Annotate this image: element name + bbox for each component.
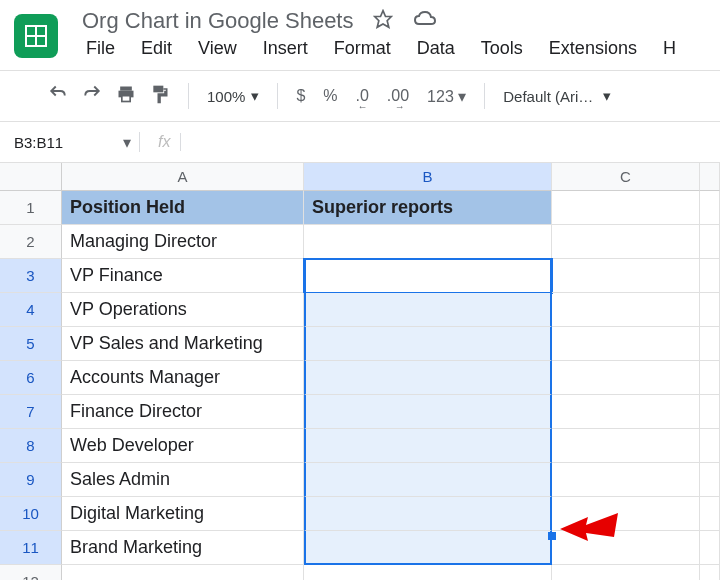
cloud-icon[interactable] — [413, 9, 437, 33]
cell[interactable] — [304, 463, 552, 497]
cell[interactable] — [700, 429, 720, 463]
cell[interactable] — [700, 293, 720, 327]
sheets-logo[interactable] — [8, 8, 64, 64]
undo-button[interactable] — [48, 85, 68, 107]
cell[interactable] — [304, 531, 552, 565]
col-header-c[interactable]: C — [552, 163, 700, 191]
chevron-down-icon: ▾ — [603, 87, 611, 105]
font-selector[interactable]: Default (Ari… ▾ — [503, 87, 611, 105]
cell[interactable] — [304, 327, 552, 361]
percent-button[interactable]: % — [323, 87, 337, 105]
row-header[interactable]: 9 — [0, 463, 62, 497]
name-box[interactable]: B3:B11 — [10, 134, 115, 151]
menu-help[interactable]: H — [663, 38, 676, 59]
cell[interactable] — [552, 259, 700, 293]
cell[interactable] — [304, 395, 552, 429]
menu-extensions[interactable]: Extensions — [549, 38, 637, 59]
cell[interactable] — [700, 259, 720, 293]
menu-file[interactable]: File — [86, 38, 115, 59]
zoom-value: 100% — [207, 88, 245, 105]
font-name: Default (Ari… — [503, 88, 593, 105]
active-cell[interactable] — [304, 259, 552, 293]
row-header[interactable]: 1 — [0, 191, 62, 225]
cell[interactable]: Web Developer — [62, 429, 304, 463]
cell[interactable]: VP Finance — [62, 259, 304, 293]
cell[interactable]: Position Held — [62, 191, 304, 225]
cell[interactable]: VP Sales and Marketing — [62, 327, 304, 361]
cell[interactable]: Managing Director — [62, 225, 304, 259]
cell[interactable]: Digital Marketing — [62, 497, 304, 531]
spreadsheet-grid[interactable]: A B C 1 Position Held Superior reports 2… — [0, 163, 720, 580]
cell[interactable]: Brand Marketing — [62, 531, 304, 565]
cell[interactable]: VP Operations — [62, 293, 304, 327]
cell[interactable] — [700, 497, 720, 531]
menu-edit[interactable]: Edit — [141, 38, 172, 59]
row-header[interactable]: 7 — [0, 395, 62, 429]
row-header[interactable]: 11 — [0, 531, 62, 565]
currency-button[interactable]: $ — [296, 87, 305, 105]
col-header-d[interactable] — [700, 163, 720, 191]
col-header-b[interactable]: B — [304, 163, 552, 191]
cell[interactable] — [304, 497, 552, 531]
row-header[interactable]: 6 — [0, 361, 62, 395]
cell[interactable] — [552, 531, 700, 565]
increase-decimal-button[interactable]: .00 → — [387, 87, 409, 105]
chevron-down-icon[interactable]: ▾ — [123, 133, 131, 152]
cell[interactable] — [304, 361, 552, 395]
fx-icon: fx — [158, 133, 181, 151]
menu-view[interactable]: View — [198, 38, 237, 59]
row-header[interactable]: 2 — [0, 225, 62, 259]
cell[interactable] — [552, 225, 700, 259]
cell[interactable] — [304, 429, 552, 463]
cell[interactable] — [700, 191, 720, 225]
number-format-button[interactable]: 123 ▾ — [427, 87, 466, 106]
cell[interactable] — [304, 565, 552, 580]
cell[interactable] — [700, 531, 720, 565]
cell[interactable] — [304, 225, 552, 259]
cell[interactable] — [62, 565, 304, 580]
cell[interactable] — [700, 361, 720, 395]
cell[interactable] — [700, 565, 720, 580]
cell[interactable] — [552, 429, 700, 463]
cell[interactable] — [700, 225, 720, 259]
arrow-right-icon: → — [395, 101, 405, 112]
decrease-decimal-button[interactable]: .0 ← — [356, 87, 369, 105]
cell[interactable]: Finance Director — [62, 395, 304, 429]
zoom-selector[interactable]: 100% ▾ — [207, 87, 259, 105]
cell[interactable] — [552, 293, 700, 327]
cell[interactable] — [552, 327, 700, 361]
menu-tools[interactable]: Tools — [481, 38, 523, 59]
cell[interactable] — [552, 497, 700, 531]
cell[interactable]: Sales Admin — [62, 463, 304, 497]
cell[interactable] — [304, 293, 552, 327]
row-header[interactable]: 4 — [0, 293, 62, 327]
cell[interactable] — [552, 361, 700, 395]
menu-data[interactable]: Data — [417, 38, 455, 59]
row-header[interactable]: 12 — [0, 565, 62, 580]
cell[interactable] — [552, 395, 700, 429]
row-header[interactable]: 3 — [0, 259, 62, 293]
formula-bar[interactable] — [189, 130, 710, 154]
col-header-a[interactable]: A — [62, 163, 304, 191]
cell[interactable] — [552, 191, 700, 225]
cell[interactable] — [700, 327, 720, 361]
redo-button[interactable] — [82, 85, 102, 107]
print-button[interactable] — [116, 84, 136, 108]
row-header[interactable]: 10 — [0, 497, 62, 531]
fill-handle[interactable] — [548, 532, 556, 540]
cell[interactable] — [700, 395, 720, 429]
cell[interactable] — [700, 463, 720, 497]
cell[interactable] — [552, 565, 700, 580]
row-header[interactable]: 5 — [0, 327, 62, 361]
cell[interactable]: Superior reports — [304, 191, 552, 225]
chevron-down-icon: ▾ — [458, 88, 466, 105]
cell[interactable]: Accounts Manager — [62, 361, 304, 395]
cell[interactable] — [552, 463, 700, 497]
document-title[interactable]: Org Chart in Google Sheets — [82, 8, 353, 34]
row-header[interactable]: 8 — [0, 429, 62, 463]
select-all-corner[interactable] — [0, 163, 62, 191]
star-icon[interactable] — [373, 9, 393, 33]
menu-insert[interactable]: Insert — [263, 38, 308, 59]
menu-format[interactable]: Format — [334, 38, 391, 59]
paint-format-button[interactable] — [150, 84, 170, 108]
